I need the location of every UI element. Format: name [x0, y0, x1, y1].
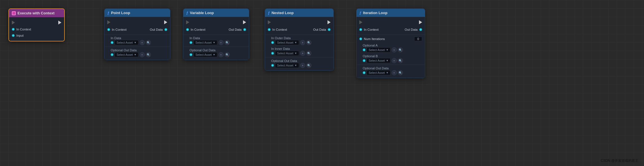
outer-data-label-nested-loop: In Outer Data	[265, 36, 333, 40]
optional-a-pin[interactable]	[363, 48, 366, 51]
in-data-selector-point-loop[interactable]: Select Asset ▼	[115, 40, 139, 45]
optional-b-label: Optional B	[356, 54, 425, 58]
out-data-search-nested-loop[interactable]: 🔍	[306, 63, 311, 68]
out-data-selector-nested-loop[interactable]: Select Asset ▼	[275, 63, 299, 68]
in-data-selector-variable-loop[interactable]: Select Asset ▼	[193, 40, 217, 45]
out-data-pin-variable-loop[interactable]	[190, 53, 192, 56]
in-data-label-point-loop: In Data	[104, 36, 170, 40]
exec-out-variable-loop[interactable]	[243, 20, 246, 24]
out-data-add-point-loop[interactable]: +	[140, 52, 145, 57]
out-data-asset-row-variable-loop: Select Asset ▼ + 🔍	[183, 52, 249, 57]
num-iterations-row: Num Iterations	[356, 36, 425, 42]
outer-data-search-nested-loop[interactable]: 🔍	[306, 40, 311, 45]
pin-in-context-variable-loop: In Context	[186, 26, 229, 33]
inner-data-add-nested-loop[interactable]: +	[300, 51, 305, 56]
context-in-dot-nested-loop[interactable]	[268, 28, 271, 31]
node-execute-with-context: Execute with Context In Context Input	[8, 8, 65, 41]
chevron-out-data-iteration-loop: ▼	[386, 71, 389, 74]
in-data-pin-variable-loop[interactable]	[190, 41, 192, 44]
out-data-add-iteration-loop[interactable]: +	[392, 70, 397, 75]
chevron-out-data-nested-loop: ▼	[295, 64, 297, 67]
optional-b-pin[interactable]	[363, 59, 366, 62]
in-data-add-point-loop[interactable]: +	[140, 40, 145, 45]
chevron-in-data-variable-loop: ▼	[213, 41, 215, 44]
out-data-search-point-loop[interactable]: 🔍	[146, 52, 151, 57]
out-data-asset-row-point-loop: Select Asset ▼ + 🔍	[104, 52, 170, 57]
inner-data-selector-nested-loop[interactable]: Select Asset ▼	[275, 51, 299, 56]
exec-in-variable-loop[interactable]	[186, 20, 189, 24]
chevron-out-data-point-loop: ▼	[134, 53, 137, 56]
context-out-dot-iteration-loop[interactable]	[419, 28, 422, 31]
out-data-selector-iteration-loop[interactable]: Select Asset ▼	[367, 70, 391, 75]
context-in-dot-variable-loop[interactable]	[186, 28, 189, 31]
outer-data-add-nested-loop[interactable]: +	[300, 40, 305, 45]
optional-a-label: Optional A	[356, 43, 425, 47]
context-out-dot-point-loop[interactable]	[164, 28, 167, 31]
inner-data-pin-nested-loop[interactable]	[271, 52, 274, 55]
num-iter-pin[interactable]	[359, 37, 362, 40]
optional-b-search[interactable]: 🔍	[398, 58, 403, 63]
node-point-loop: ƒ Point Loop In Context Out Data In Data	[104, 8, 170, 60]
divider-2-iteration-loop	[356, 65, 425, 65]
out-data-add-variable-loop[interactable]: +	[219, 52, 224, 57]
context-out-dot-variable-loop[interactable]	[243, 28, 246, 31]
exec-in-nested-loop[interactable]	[268, 20, 271, 24]
out-data-pin-nested-loop[interactable]	[271, 64, 274, 67]
optional-b-add[interactable]: +	[392, 58, 397, 63]
pin-input-execute: Input	[9, 32, 64, 39]
pin-out-data-iteration-loop: Out Data	[405, 26, 422, 33]
in-data-pin-point-loop[interactable]	[111, 41, 113, 44]
out-data-label-point-loop: Optional Out Data	[104, 48, 170, 52]
in-data-search-variable-loop[interactable]: 🔍	[225, 40, 230, 45]
chevron-inner-data-nested-loop: ▼	[295, 52, 297, 55]
num-iterations-input[interactable]	[414, 37, 422, 41]
optional-a-search[interactable]: 🔍	[398, 47, 403, 52]
out-data-search-variable-loop[interactable]: 🔍	[225, 52, 230, 57]
pin-in-context-point-loop: In Context	[107, 26, 150, 33]
exec-pins-nested-loop	[265, 19, 333, 26]
node-title-iteration-loop: Iteration Loop	[363, 11, 387, 15]
optional-a-selector[interactable]: Select Asset ▼	[367, 47, 391, 52]
exec-in-iteration-loop[interactable]	[359, 20, 362, 24]
outer-data-selector-nested-loop[interactable]: Select Asset ▼	[275, 40, 299, 45]
in-data-asset-row-variable-loop: Select Asset ▼ + 🔍	[183, 40, 249, 45]
node-body-execute: In Context Input	[9, 17, 64, 41]
node-iteration-loop: ƒ Iteration Loop In Context Out Data	[356, 8, 425, 78]
context-in-dot-point-loop[interactable]	[107, 28, 110, 31]
function-icon-iteration-loop: ƒ	[359, 11, 361, 15]
chevron-outer-data-nested-loop: ▼	[295, 41, 297, 44]
node-title-point-loop: Point Loop	[111, 11, 130, 15]
exec-out-nested-loop[interactable]	[327, 20, 331, 24]
function-icon-nested-loop: ƒ	[268, 11, 270, 15]
pin-dot-input[interactable]	[12, 34, 15, 37]
context-out-dot-nested-loop[interactable]	[328, 28, 331, 31]
exec-out-pin[interactable]	[58, 21, 61, 25]
node-nested-loop: ƒ Nested Loop In Context Out Data In Out…	[265, 8, 334, 71]
out-data-search-iteration-loop[interactable]: 🔍	[398, 70, 403, 75]
divider-2-variable-loop	[183, 47, 249, 47]
out-data-selector-variable-loop[interactable]: Select Asset ▼	[193, 52, 217, 57]
canvas: Execute with Context In Context Input ƒ …	[0, 0, 644, 166]
context-in-dot-iteration-loop[interactable]	[359, 28, 362, 31]
optional-a-add[interactable]: +	[392, 47, 397, 52]
in-data-search-point-loop[interactable]: 🔍	[146, 40, 151, 45]
out-data-pin-iteration-loop[interactable]	[363, 71, 366, 74]
inner-data-search-nested-loop[interactable]: 🔍	[306, 51, 311, 56]
exec-in-point-loop[interactable]	[107, 20, 110, 24]
node-body-nested-loop: In Context Out Data In Outer Data Select…	[265, 17, 333, 70]
out-data-add-nested-loop[interactable]: +	[300, 63, 305, 68]
node-type-icon	[12, 11, 16, 15]
exec-out-iteration-loop[interactable]	[419, 20, 422, 24]
exec-in-pin[interactable]	[12, 21, 15, 25]
chevron-optional-a: ▼	[386, 48, 389, 51]
optional-b-selector[interactable]: Select Asset ▼	[367, 58, 391, 63]
in-data-add-variable-loop[interactable]: +	[219, 40, 224, 45]
exec-out-point-loop[interactable]	[164, 20, 167, 24]
outer-data-pin-nested-loop[interactable]	[271, 41, 274, 44]
pin-dot-in-context[interactable]	[12, 28, 15, 31]
out-data-selector-point-loop[interactable]: Select Asset ▼	[115, 52, 139, 57]
out-data-pin-point-loop[interactable]	[111, 53, 113, 56]
exec-pins-variable-loop	[183, 19, 249, 26]
pin-in-context-nested-loop: In Context	[268, 26, 313, 33]
node-header-point-loop: ƒ Point Loop	[104, 9, 170, 17]
